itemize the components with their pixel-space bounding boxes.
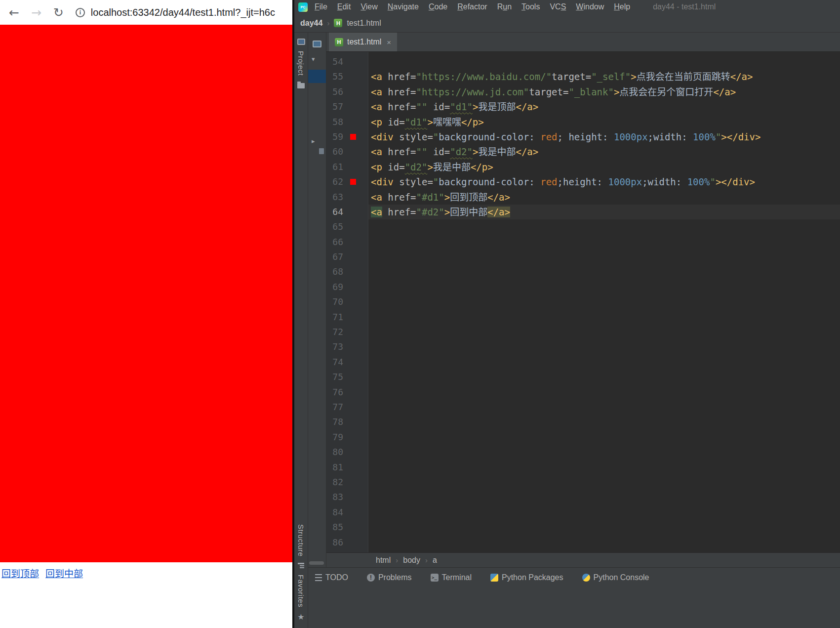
code-line-58[interactable]: 58<p id="d1">嘿嘿嘿</p> xyxy=(326,115,840,129)
code-text[interactable]: <a href="https://www.baidu.com/"target="… xyxy=(368,69,840,84)
code-line-76[interactable]: 76 xyxy=(326,385,840,400)
menu-vcs[interactable]: VCS xyxy=(545,0,571,14)
nav-crumb-body[interactable]: body xyxy=(403,556,420,565)
code-line-75[interactable]: 75 xyxy=(326,370,840,384)
code-text[interactable]: <div style="background-color: red; heigh… xyxy=(368,129,840,144)
code-line-85[interactable]: 85 xyxy=(326,520,840,535)
code-line-61[interactable]: 61<p id="d2">我是中部</p> xyxy=(326,160,840,174)
code-text[interactable] xyxy=(368,445,840,460)
menu-help[interactable]: Help xyxy=(609,0,635,14)
code-text[interactable] xyxy=(368,535,840,550)
code-editor[interactable]: 5455<a href="https://www.baidu.com/"targ… xyxy=(326,52,840,552)
forward-icon[interactable]: → xyxy=(31,5,41,20)
code-line-80[interactable]: 80 xyxy=(326,445,840,460)
code-line-67[interactable]: 67 xyxy=(326,250,840,264)
tree-chevron-collapsed-icon[interactable]: ▸ xyxy=(312,137,315,145)
toolwindow-button-todo[interactable]: TODO xyxy=(315,573,348,582)
nav-crumb-html[interactable]: html xyxy=(376,556,391,565)
menu-window[interactable]: Window xyxy=(571,0,609,14)
color-preview-swatch[interactable] xyxy=(350,134,356,140)
reload-icon[interactable]: ↻ xyxy=(53,5,64,20)
code-text[interactable]: <a href="#d2">回到中部</a> xyxy=(368,205,840,219)
tab-label[interactable]: test1.html xyxy=(347,38,381,46)
code-text[interactable]: <a href="#d1">回到顶部</a> xyxy=(368,190,840,205)
menu-navigate[interactable]: Navigate xyxy=(383,0,424,14)
project-panel[interactable]: ▾ ▸ xyxy=(308,33,326,567)
code-text[interactable] xyxy=(368,264,840,279)
code-text[interactable] xyxy=(368,490,840,504)
code-text[interactable]: <a href="" id="d1">我是顶部</a> xyxy=(368,99,840,114)
address-bar[interactable]: i localhost:63342/day44/test1.html?_ijt=… xyxy=(76,7,292,18)
code-line-54[interactable]: 54 xyxy=(326,54,840,69)
code-text[interactable] xyxy=(368,325,840,339)
code-line-62[interactable]: 62<div style="background-color: red;heig… xyxy=(326,174,840,189)
code-line-69[interactable]: 69 xyxy=(326,280,840,294)
menu-refactor[interactable]: Refactor xyxy=(452,0,492,14)
back-icon[interactable]: ← xyxy=(9,5,19,20)
code-line-81[interactable]: 81 xyxy=(326,460,840,475)
code-line-64[interactable]: 64<a href="#d2">回到中部</a> xyxy=(326,205,840,219)
code-line-55[interactable]: 55<a href="https://www.baidu.com/"target… xyxy=(326,69,840,84)
tab-test1-html[interactable]: H test1.html × xyxy=(329,33,397,51)
code-line-66[interactable]: 66 xyxy=(326,235,840,250)
toolwindow-button-terminal[interactable]: >_Terminal xyxy=(431,573,472,582)
code-line-79[interactable]: 79 xyxy=(326,430,840,445)
code-text[interactable]: <a href="" id="d2">我是中部</a> xyxy=(368,144,840,159)
code-line-77[interactable]: 77 xyxy=(326,400,840,415)
code-line-78[interactable]: 78 xyxy=(326,415,840,429)
page-info-icon[interactable]: i xyxy=(76,8,85,17)
code-text[interactable] xyxy=(368,370,840,384)
menu-view[interactable]: View xyxy=(356,0,382,14)
color-preview-swatch[interactable] xyxy=(350,179,356,185)
code-line-57[interactable]: 57<a href="" id="d1">我是顶部</a> xyxy=(326,99,840,114)
toolwindow-button-python-console[interactable]: Python Console xyxy=(582,573,649,582)
code-text[interactable] xyxy=(368,520,840,535)
project-view-icon[interactable] xyxy=(313,41,321,47)
code-text[interactable] xyxy=(368,310,840,325)
code-text[interactable] xyxy=(368,475,840,490)
code-line-86[interactable]: 86 xyxy=(326,535,840,550)
code-text[interactable]: <p id="d1">嘿嘿嘿</p> xyxy=(368,115,840,129)
code-text[interactable] xyxy=(368,430,840,445)
project-panel-scrollbar[interactable] xyxy=(309,561,324,565)
page-link-2[interactable]: 回到中部 xyxy=(45,569,83,579)
project-tree-selected-row[interactable] xyxy=(308,70,326,83)
code-line-56[interactable]: 56<a href="https://www.jd.com"target="_b… xyxy=(326,84,840,99)
nav-crumb-a[interactable]: a xyxy=(433,556,437,565)
code-line-74[interactable]: 74 xyxy=(326,355,840,370)
code-line-65[interactable]: 65 xyxy=(326,219,840,234)
code-line-73[interactable]: 73 xyxy=(326,339,840,354)
code-line-70[interactable]: 70 xyxy=(326,294,840,309)
code-text[interactable] xyxy=(368,355,840,370)
code-line-83[interactable]: 83 xyxy=(326,490,840,504)
code-text[interactable] xyxy=(368,235,840,250)
code-text[interactable] xyxy=(368,250,840,264)
url-text[interactable]: localhost:63342/day44/test1.html?_ijt=h6… xyxy=(91,7,275,18)
code-text[interactable] xyxy=(368,219,840,234)
code-line-63[interactable]: 63<a href="#d1">回到顶部</a> xyxy=(326,190,840,205)
page-link-1[interactable]: 回到顶部 xyxy=(1,569,39,579)
menu-code[interactable]: Code xyxy=(424,0,452,14)
stripe-button-structure[interactable]: Structure xyxy=(297,524,305,556)
code-text[interactable] xyxy=(368,400,840,415)
code-text[interactable] xyxy=(368,415,840,429)
code-line-68[interactable]: 68 xyxy=(326,264,840,279)
code-text[interactable]: <a href="https://www.jd.com"target="_bla… xyxy=(368,84,840,99)
code-line-59[interactable]: 59<div style="background-color: red; hei… xyxy=(326,129,840,144)
menu-tools[interactable]: Tools xyxy=(517,0,545,14)
menu-edit[interactable]: Edit xyxy=(332,0,356,14)
code-text[interactable] xyxy=(368,505,840,520)
breadcrumb-project[interactable]: day44 xyxy=(300,19,322,28)
code-text[interactable] xyxy=(368,460,840,475)
stripe-button-project[interactable]: Project xyxy=(297,51,305,76)
close-icon[interactable]: × xyxy=(387,38,391,46)
menu-run[interactable]: Run xyxy=(492,0,517,14)
menu-file[interactable]: File xyxy=(310,0,332,14)
code-text[interactable]: <p id="d2">我是中部</p> xyxy=(368,160,840,174)
toolwindow-button-problems[interactable]: !Problems xyxy=(367,573,412,582)
code-line-60[interactable]: 60<a href="" id="d2">我是中部</a> xyxy=(326,144,840,159)
code-text[interactable] xyxy=(368,339,840,354)
code-line-71[interactable]: 71 xyxy=(326,310,840,325)
breadcrumb-file[interactable]: test1.html xyxy=(347,19,381,28)
code-line-82[interactable]: 82 xyxy=(326,475,840,490)
